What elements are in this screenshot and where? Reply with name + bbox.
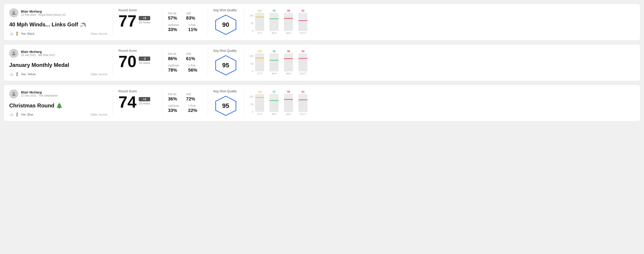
tee-label: Tee: Black [21,32,34,35]
oneputt-label: 1 Putt [188,64,197,67]
user-date: 27 Dec 2021 · The Oxfordshire [21,94,58,97]
bar-group: 93PUTT [298,90,308,116]
gir-value: 61% [186,56,195,61]
bar-group: 82PUTT [298,9,308,34]
updown-value: 33% [168,108,179,113]
bar-group: 95ARG [284,90,293,116]
stat-fw: FW Hit36% [168,93,177,102]
stats-section: FW Hit36%GIR72%Up/Down33%1 Putt22% [163,89,208,117]
fw-value: 86% [168,56,177,61]
stat-updown: Up/Down78% [168,64,179,73]
data-source: Data: Arccos [91,113,107,116]
card-footer: ☁️🏌️Tee: BlackData: Arccos [9,31,107,36]
user-meta: Blair McHarg27 Dec 2021 · The Oxfordshir… [21,90,58,97]
hexagon-container: 95 [213,96,238,116]
bar-label: OTT [257,72,262,75]
bar-value: 86 [273,50,276,53]
bar-label: ARG [286,72,291,75]
weather-icon: ☁️ [9,112,14,117]
stats-row-2: Up/Down33%1 Putt22% [168,104,202,113]
user-info: Blair McHarg27 Dec 2021 · The Oxfordshir… [9,89,107,98]
fw-label: FW Hit [168,12,177,15]
updown-label: Up/Down [168,104,179,107]
bag-icon: 🏌️ [15,112,20,117]
bar-group: 107OTT [255,9,264,34]
score-holes: 18 Holes [139,21,150,24]
bar-group: 99PUTT [298,50,308,75]
chart-section: 100500110OTT87APP95ARG93PUTT [244,89,635,117]
score-label: Round Score [118,49,157,52]
updown-label: Up/Down [168,64,179,67]
stats-row-1: FW Hit57%GIR83% [168,12,202,21]
hexagon: 95 [214,96,237,116]
card-left: Blair McHarg27 Dec 2021 · The Oxfordshir… [9,89,113,117]
bag-icon: 🏌️ [15,31,20,36]
bar-label: APP [272,113,276,116]
avatar [9,49,18,58]
oneputt-value: 11% [188,27,197,32]
user-meta: Blair McHarg12 Feb 2022 · Royal North De… [21,9,66,16]
quality-section: Avg Shot Quality 95 [208,89,244,117]
user-meta: Blair McHarg29 Jan 2022 · Mill Ride GCC [21,50,55,57]
score-number: 70 [118,53,136,70]
bar-label: OTT [257,113,262,116]
user-name: Blair McHarg [21,9,66,13]
stats-row-2: Up/Down78%1 Putt56% [168,64,202,73]
score-holes: 18 Holes [139,61,150,65]
bar-value: 87 [273,90,276,94]
quality-score: 95 [222,102,229,110]
updown-value: 78% [168,68,179,73]
oneputt-label: 1 Putt [188,104,197,107]
stat-fw: FW Hit57% [168,12,177,21]
score-holes: 18 Holes [139,102,150,105]
user-info: Blair McHarg29 Jan 2022 · Mill Ride GCC [9,49,107,58]
score-right: -218 Holes [139,55,150,65]
stats-section: FW Hit86%GIR61%Up/Down78%1 Putt56% [163,49,208,76]
stat-oneputt: 1 Putt56% [188,64,197,73]
avatar [9,89,18,98]
stat-gir: GIR72% [186,93,195,102]
weather-icon: ☁️ [9,31,14,36]
fw-label: FW Hit [168,52,177,56]
hexagon: 95 [214,55,237,75]
user-info: Blair McHarg12 Feb 2022 · Royal North De… [9,8,107,17]
stat-gir: GIR61% [186,52,195,61]
bar-label: APP [272,32,276,34]
oneputt-value: 56% [188,68,197,73]
bar-value: 93 [302,90,304,94]
stats-row-1: FW Hit36%GIR72% [168,93,202,102]
svg-point-4 [13,92,15,94]
score-main: 70-218 Holes [118,53,157,70]
round-card: Blair McHarg29 Jan 2022 · Mill Ride GCCJ… [4,44,640,81]
tee-label: Tee: Yellow [21,73,36,76]
gir-label: GIR [186,93,195,96]
score-right: +518 Holes [139,14,150,24]
bar-group: 98ARG [284,9,293,34]
bar-label: PUTT [300,72,306,75]
score-number: 77 [118,13,136,29]
bar-value: 95 [287,90,290,94]
oneputt-label: 1 Putt [188,23,197,26]
card-left: Blair McHarg29 Jan 2022 · Mill Ride GCCJ… [9,49,113,76]
data-source: Data: Arccos [91,32,107,35]
user-date: 29 Jan 2022 · Mill Ride GCC [21,54,55,57]
svg-point-0 [13,11,15,13]
stat-updown: Up/Down33% [168,104,179,113]
tee-info: ☁️🏌️Tee: Yellow [9,72,36,76]
score-section: Round Score70-218 Holes [113,49,163,76]
stats-section: FW Hit57%GIR83%Up/Down33%1 Putt11% [163,8,208,36]
updown-value: 33% [168,27,179,32]
quality-section: Avg Shot Quality 90 [208,8,244,36]
tee-label: Tee: Blue [21,113,33,116]
stat-oneputt: 1 Putt11% [188,23,197,32]
card-left: Blair McHarg12 Feb 2022 · Royal North De… [9,8,113,36]
score-badge: +5 [139,16,150,20]
score-section: Round Score77+518 Holes [113,8,163,36]
bar-label: ARG [286,32,291,34]
quality-score: 95 [222,62,229,69]
score-label: Round Score [118,8,157,12]
avatar [9,8,18,17]
stats-row-1: FW Hit86%GIR61% [168,52,202,61]
quality-label: Avg Shot Quality [213,49,236,52]
fw-label: FW Hit [168,93,177,96]
